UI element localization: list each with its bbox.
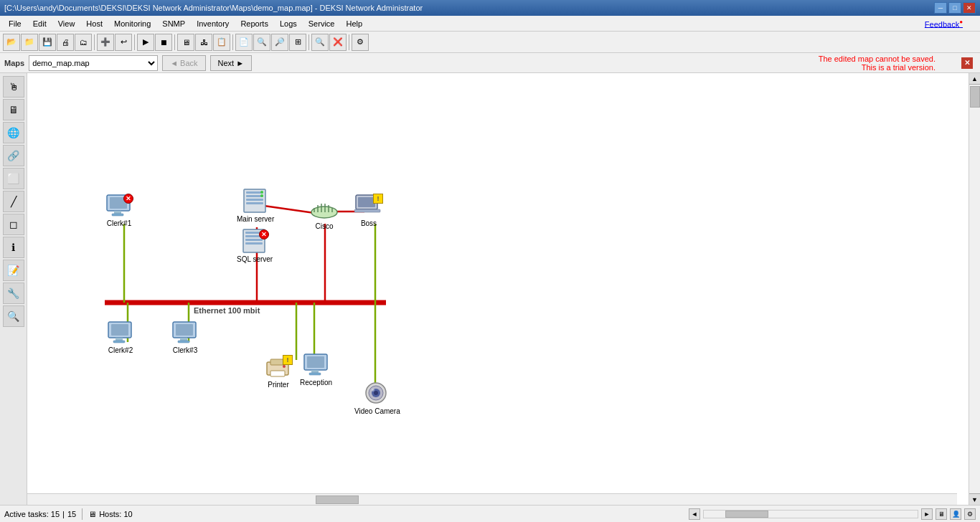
sqlserver-error-badge: ✕ <box>259 229 269 239</box>
tb-undo[interactable]: ↩ <box>115 34 132 51</box>
h-scroll-track[interactable] <box>703 510 918 518</box>
sqlserver-icon: ✕ <box>240 229 269 254</box>
scroll-up-button[interactable]: ▲ <box>969 73 980 85</box>
menu-view[interactable]: View <box>52 18 81 29</box>
svg-rect-44 <box>113 341 125 343</box>
menu-host[interactable]: Host <box>80 18 108 29</box>
videocam-label: Video Camera <box>354 407 400 415</box>
scroll-right-button[interactable]: ► <box>921 508 933 520</box>
node-cisco[interactable]: Cisco <box>310 196 339 230</box>
svg-point-22 <box>260 191 263 194</box>
node-videocam[interactable]: Video Camera <box>354 381 400 415</box>
clerk1-error-badge: ✕ <box>123 194 133 204</box>
svg-point-61 <box>372 389 374 392</box>
titlebar: [C:\Users\andy\Documents\DEKSI\DEKSI Net… <box>0 0 980 16</box>
scroll-left-button[interactable]: ◄ <box>689 508 700 520</box>
close-error-button[interactable]: ✕ <box>961 57 973 69</box>
reception-icon <box>302 353 331 377</box>
svg-rect-20 <box>246 199 263 201</box>
tb-print[interactable]: 🖨 <box>57 34 74 51</box>
tb-doc[interactable]: 📄 <box>235 34 253 51</box>
menu-snmp[interactable]: SNMP <box>156 18 191 29</box>
node-boss[interactable]: ! Boss <box>354 194 383 227</box>
menu-monitoring[interactable]: Monitoring <box>108 18 156 29</box>
tb-config[interactable]: ⚙ <box>352 34 369 51</box>
videocam-icon <box>363 381 392 406</box>
clerk1-label: Clerk#1 <box>107 219 131 227</box>
menu-edit[interactable]: Edit <box>27 18 52 29</box>
tb-net3[interactable]: 📋 <box>213 34 230 51</box>
main-layout: 🖱 🖥 🌐 🔗 ⬜ ╱ ◻ ℹ 📝 🔧 🔍 <box>0 73 980 505</box>
maximize-button[interactable]: □ <box>948 2 961 14</box>
tb-stop[interactable]: ⏹ <box>155 34 172 51</box>
tb-cancel[interactable]: ❌ <box>329 34 347 51</box>
close-button[interactable]: ✕ <box>963 2 976 14</box>
tb-search[interactable]: 🔍 <box>311 34 329 51</box>
menu-inventory[interactable]: Inventory <box>191 18 235 29</box>
sidebar-ip[interactable]: 🌐 <box>3 122 24 143</box>
sidebar-link[interactable]: 🔗 <box>3 145 24 166</box>
tb-sep2 <box>134 34 135 50</box>
menu-help[interactable]: Help <box>340 18 368 29</box>
node-clerk1[interactable]: ✕ Clerk#1 <box>105 194 133 227</box>
tb-new[interactable]: 📂 <box>3 34 20 51</box>
tb-net1[interactable]: 🖥 <box>177 34 194 51</box>
node-sqlserver[interactable]: ✕ SQL server <box>237 229 273 263</box>
v-scrollbar-thumb[interactable] <box>970 86 980 108</box>
h-scroll-thumb2[interactable] <box>725 511 768 518</box>
menu-reports[interactable]: Reports <box>235 18 274 29</box>
sidebar-area[interactable]: ⬜ <box>3 168 24 189</box>
menu-file[interactable]: File <box>3 18 27 29</box>
statusbar: Active tasks: 15 | 15 🖥 Hosts: 10 ◄ ► 🖥 … <box>0 505 980 522</box>
menu-logs[interactable]: Logs <box>274 18 303 29</box>
tb-zoom-out[interactable]: 🔎 <box>271 34 288 51</box>
node-clerk3[interactable]: Clerk#3 <box>171 321 199 354</box>
clerk3-label: Clerk#3 <box>173 346 197 354</box>
sidebar-zoom[interactable]: 🔍 <box>3 305 24 327</box>
scroll-down-button[interactable]: ▼ <box>969 493 980 505</box>
sidebar-node[interactable]: 🖥 <box>3 99 24 120</box>
active-tasks-section: Active tasks: 15 | 15 <box>4 510 76 518</box>
svg-rect-16 <box>112 214 123 216</box>
hosts-icon: 🖥 <box>88 510 96 518</box>
tb-zoom-in[interactable]: 🔍 <box>253 34 270 51</box>
svg-rect-46 <box>176 324 193 336</box>
right-scrollbar[interactable]: ▲ ▼ <box>969 73 980 505</box>
svg-rect-43 <box>116 338 123 341</box>
sidebar-line[interactable]: ╱ <box>3 191 24 212</box>
svg-rect-54 <box>307 356 324 368</box>
sidebar-text[interactable]: ℹ <box>3 237 24 258</box>
cisco-label: Cisco <box>315 222 333 230</box>
feedback-link[interactable]: Feedback● <box>925 19 977 29</box>
tb-zoom-fit[interactable]: ⊞ <box>289 34 306 51</box>
svg-rect-56 <box>309 373 321 375</box>
minimize-button[interactable]: ─ <box>934 2 947 14</box>
node-reception[interactable]: Reception <box>300 353 332 386</box>
node-clerk2[interactable]: Clerk#2 <box>106 321 135 354</box>
menu-service[interactable]: Service <box>303 18 341 29</box>
map-selector[interactable]: demo_map.map <box>29 55 158 71</box>
node-printer[interactable]: ! Printer <box>264 355 293 389</box>
maps-label: Maps <box>4 59 24 67</box>
sidebar-note[interactable]: 📝 <box>3 260 24 281</box>
sidebar-select[interactable]: 🖱 <box>3 76 24 98</box>
tb-play[interactable]: ▶ <box>137 34 154 51</box>
cisco-icon <box>310 196 339 221</box>
tb-add[interactable]: ➕ <box>97 34 114 51</box>
canvas-area[interactable]: Ethernet 100 mbit ✕ Clerk#1 <box>27 73 969 505</box>
sidebar-shape[interactable]: ◻ <box>3 214 24 235</box>
back-button[interactable]: ◄ Back <box>162 55 205 71</box>
sidebar-tool[interactable]: 🔧 <box>3 283 24 304</box>
tb-settings[interactable]: 🗂 <box>75 34 92 51</box>
next-button[interactable]: Next ► <box>210 55 253 71</box>
tb-save[interactable]: 💾 <box>39 34 56 51</box>
h-scrollbar-thumb[interactable] <box>316 495 359 504</box>
bottom-scroll-controls[interactable]: ◄ ► 🖥 👤 ⚙ <box>689 508 976 520</box>
clerk1-icon: ✕ <box>105 194 133 218</box>
svg-rect-51 <box>270 371 285 376</box>
horizontal-scrollbar[interactable] <box>27 493 957 505</box>
node-mainserver[interactable]: Main server <box>237 189 274 223</box>
toolbar: 📂 📁 💾 🖨 🗂 ➕ ↩ ▶ ⏹ 🖥 🖧 📋 📄 🔍 🔎 ⊞ 🔍 ❌ ⚙ <box>0 32 980 53</box>
tb-open[interactable]: 📁 <box>21 34 38 51</box>
tb-net2[interactable]: 🖧 <box>195 34 212 51</box>
